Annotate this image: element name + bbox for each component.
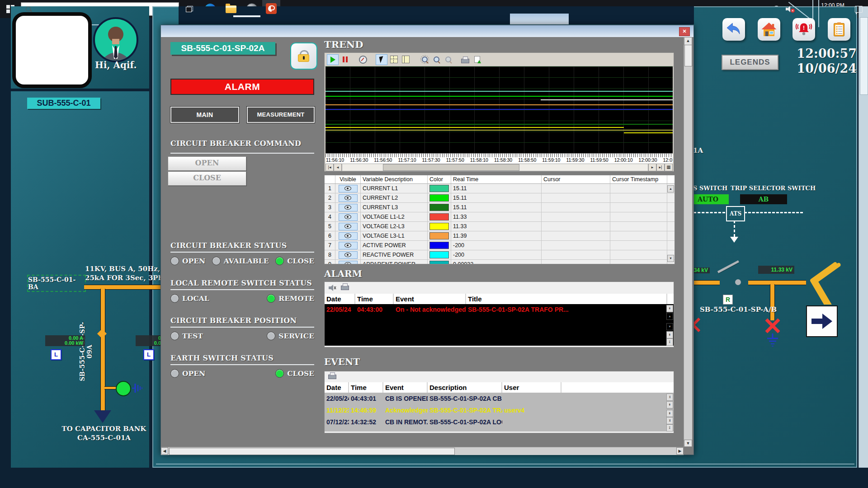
- trend-column-header[interactable]: [325, 175, 335, 183]
- scroll-down-icon[interactable]: ⇟: [666, 410, 673, 417]
- trend-column-button[interactable]: [400, 55, 411, 65]
- scroll-left-icon[interactable]: ◀: [161, 447, 168, 455]
- scroll-up-icon[interactable]: ▲: [666, 313, 673, 320]
- home-button[interactable]: [758, 18, 780, 41]
- trend-chart[interactable]: [326, 66, 673, 153]
- trend-scrollbar[interactable]: |◂ ◂ ▸ ▸| ▦: [326, 164, 673, 171]
- trend-scroll-right[interactable]: ▸: [648, 164, 656, 171]
- visibility-toggle[interactable]: [339, 251, 358, 259]
- trend-scroll-thumb[interactable]: [383, 164, 519, 171]
- trend-table-scrollbar[interactable]: ▲ ▼: [667, 185, 674, 262]
- visibility-toggle[interactable]: [339, 261, 358, 265]
- trend-table-row[interactable]: 4VOLTAGE L1-L211.33: [325, 212, 675, 222]
- trend-table-row[interactable]: 2CURRENT L215.11: [325, 193, 675, 203]
- visibility-toggle[interactable]: [339, 232, 358, 240]
- dialog-vscrollbar[interactable]: ▲ ▼: [684, 37, 692, 447]
- event-column-header[interactable]: Time: [349, 382, 383, 393]
- visibility-toggle[interactable]: [339, 204, 358, 211]
- visibility-toggle[interactable]: [339, 223, 358, 230]
- alarm-column-header[interactable]: Event: [394, 294, 466, 304]
- cb-open-button[interactable]: OPEN: [168, 156, 246, 171]
- trend-column-header[interactable]: Real Time: [451, 175, 542, 183]
- alarm-column-header[interactable]: Date: [325, 294, 355, 304]
- trend-scroll-first[interactable]: |◂: [326, 164, 334, 171]
- back-button[interactable]: [722, 18, 745, 41]
- scroll-right-icon[interactable]: ▶: [676, 447, 684, 455]
- trend-table-row[interactable]: 9APPARENT POWER0.00032: [325, 260, 675, 264]
- scroll-end-icon[interactable]: ↧: [666, 338, 673, 346]
- alarm-scrollbar[interactable]: ⇞ ▲ ▼ ⇟ ↧: [666, 305, 673, 345]
- trend-table-row[interactable]: 3CURRENT L315.11: [325, 203, 675, 212]
- trend-zoom-box-button[interactable]: [419, 55, 430, 65]
- trend-table-row[interactable]: 5VOLTAGE L2-L311.33: [325, 222, 675, 231]
- trend-zoom-in-button[interactable]: [431, 55, 442, 65]
- trend-table-row[interactable]: 7ACTIVE POWER-200: [325, 241, 675, 250]
- tab-main[interactable]: MAIN: [170, 107, 239, 123]
- scroll-end-icon[interactable]: ↧: [666, 424, 673, 432]
- trend-table-row[interactable]: 6VOLTAGE L3-L111.39: [325, 231, 675, 241]
- trend-scroll-track[interactable]: [342, 164, 648, 171]
- report-button[interactable]: [828, 18, 850, 41]
- alarm-button[interactable]: !: [793, 18, 815, 41]
- tab-measurement[interactable]: MEASUREMENT: [247, 107, 315, 123]
- trend-clock-button[interactable]: [358, 55, 368, 65]
- scroll-up-icon[interactable]: ▲: [667, 185, 674, 192]
- event-column-header[interactable]: Description: [428, 382, 502, 393]
- trend-column-header[interactable]: Visible: [335, 175, 361, 183]
- screen-scrollbar[interactable]: [859, 6, 868, 468]
- visibility-toggle[interactable]: [339, 242, 358, 249]
- scroll-top-icon[interactable]: ⊼: [666, 394, 673, 401]
- trend-print-button[interactable]: [460, 55, 471, 65]
- scroll-bottom-icon[interactable]: ⇟: [666, 331, 673, 338]
- trend-table-toggle[interactable]: ▦: [665, 164, 673, 171]
- scroll-top-icon[interactable]: ⇞: [666, 305, 673, 312]
- scroll-down-icon[interactable]: ▼: [667, 255, 674, 262]
- trend-zoom-out-button[interactable]: [443, 55, 453, 65]
- event-scrollbar[interactable]: ⊼ ⇞ ⇟ ⊻ ↧: [666, 394, 673, 431]
- breaker-closed-indicator[interactable]: [116, 381, 131, 396]
- alarm-print-icon[interactable]: [341, 286, 349, 290]
- alarm-column-header[interactable]: Time: [355, 294, 394, 304]
- trend-table-row[interactable]: 8REACTIVE POWER-200: [325, 250, 675, 260]
- dialog-hscroll-thumb[interactable]: [169, 448, 455, 455]
- scroll-up-icon[interactable]: ⇞: [666, 401, 673, 408]
- screen-scrollbar-thumb[interactable]: [860, 17, 868, 95]
- visibility-toggle[interactable]: [339, 185, 358, 192]
- visibility-toggle[interactable]: [339, 213, 358, 221]
- trend-play-button[interactable]: [327, 54, 339, 65]
- event-column-header[interactable]: Date: [325, 382, 349, 393]
- trend-grid-button[interactable]: [388, 55, 399, 65]
- dialog-hscrollbar[interactable]: ◀ ▶: [161, 447, 684, 455]
- ats-box[interactable]: ATS: [726, 206, 745, 221]
- trend-column-header[interactable]: Color: [428, 175, 451, 183]
- trend-column-header[interactable]: Cursor: [542, 175, 610, 183]
- trend-scroll-left[interactable]: ◂: [334, 164, 342, 171]
- scroll-down-icon[interactable]: ▼: [684, 440, 692, 447]
- scroll-up-icon[interactable]: ▲: [684, 37, 692, 45]
- legends-button[interactable]: LEGENDS: [722, 55, 778, 70]
- alarm-indicator-button[interactable]: ALARM: [170, 79, 314, 95]
- event-row[interactable]: 22/05/2404:43:01CB IS OPENEDSB-555-C-01-…: [325, 393, 674, 404]
- scroll-bottom-icon[interactable]: ⊻: [666, 417, 673, 424]
- nav-next-button[interactable]: [806, 305, 838, 337]
- trend-column-header[interactable]: Cursor Timestamp: [610, 175, 667, 183]
- trend-cursor-button[interactable]: [376, 54, 387, 65]
- lock-button[interactable]: [290, 42, 317, 70]
- dialog-close-button[interactable]: ✕: [679, 27, 690, 36]
- alarm-row[interactable]: 22/05/2404:43:00On - Not acknowledgedSB-…: [325, 304, 674, 315]
- event-row[interactable]: 11/12/2314:46:59AcknowledgementSB-555-C-…: [325, 404, 674, 416]
- cb-close-button[interactable]: CLOSE: [168, 171, 246, 186]
- alarm-column-header[interactable]: Title: [466, 294, 667, 304]
- event-print-icon[interactable]: [328, 375, 336, 379]
- trend-scroll-last[interactable]: ▸|: [656, 164, 665, 171]
- visibility-toggle[interactable]: [339, 194, 358, 202]
- avatar[interactable]: [93, 17, 138, 62]
- trend-export-button[interactable]: [472, 55, 482, 65]
- event-column-header[interactable]: Event: [383, 382, 428, 393]
- trend-pause-button[interactable]: [340, 55, 350, 65]
- event-column-header[interactable]: User: [502, 382, 561, 393]
- trend-column-header[interactable]: Variable Description: [361, 175, 428, 183]
- scroll-down-icon[interactable]: ▼: [666, 323, 673, 330]
- dialog-titlebar[interactable]: ✕: [161, 25, 693, 37]
- dialog-vscroll-thumb[interactable]: [684, 45, 692, 66]
